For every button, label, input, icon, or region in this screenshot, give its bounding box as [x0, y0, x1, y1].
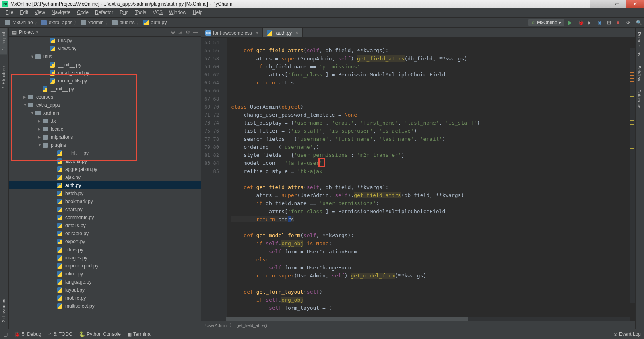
status-terminal[interactable]: ▣ Terminal: [127, 331, 151, 337]
toolstrip-database[interactable]: Database: [636, 85, 643, 112]
tree-item[interactable]: language.py: [9, 278, 201, 286]
tree-item[interactable]: __init__.py: [9, 61, 201, 69]
status-python-console[interactable]: 🐍 Python Console: [79, 331, 121, 337]
menu-edit[interactable]: Edit: [17, 8, 31, 16]
hide-icon[interactable]: —: [193, 29, 198, 35]
tree-item[interactable]: ▼extra_apps: [9, 101, 201, 109]
scroll-from-source-icon[interactable]: ⊕: [171, 29, 175, 35]
search-icon[interactable]: 🔍: [636, 20, 642, 25]
show-panels-icon[interactable]: ▢: [3, 331, 8, 337]
run-coverage-icon[interactable]: ▶: [588, 20, 593, 25]
line-gutter[interactable]: 53 54 55 56 57 58 59 60 61 62 63 64 65 6…: [201, 38, 222, 321]
tab-auth-py[interactable]: auth.py ×: [263, 28, 303, 37]
tree-item[interactable]: ajax.py: [9, 173, 201, 181]
tree-item[interactable]: actions.py: [9, 157, 201, 165]
tree-item[interactable]: mixin_utils.py: [9, 77, 201, 85]
close-button[interactable]: ✕: [626, 0, 644, 8]
status-debug[interactable]: 🐞 5: Debug: [14, 331, 41, 337]
menu-file[interactable]: File: [3, 8, 16, 16]
toolstrip-sciview[interactable]: SciView: [636, 62, 643, 85]
tree-item[interactable]: urls.py: [9, 37, 201, 45]
toolstrip-remote[interactable]: Remote Host: [636, 28, 643, 62]
menu-navigate[interactable]: Navigate: [49, 8, 73, 16]
crumb-0[interactable]: MxOnline: [12, 20, 33, 25]
horizontal-scrollbar[interactable]: [226, 317, 630, 321]
tab-font-awesome[interactable]: css font-awesome.css ×: [201, 28, 263, 37]
project-panel-header: ▤ Project ▾ ⊕ ⇲ ⚙ —: [9, 28, 201, 37]
crumb-3[interactable]: plugins: [120, 20, 135, 25]
gear-icon[interactable]: ⚙: [186, 29, 190, 35]
editor-tabs: css font-awesome.css × auth.py ×: [201, 28, 635, 38]
collapse-all-icon[interactable]: ⇲: [178, 29, 182, 35]
crumb-2[interactable]: xadmin: [88, 20, 104, 25]
maximize-button[interactable]: ▭: [608, 0, 626, 8]
minimap[interactable]: [630, 48, 635, 303]
tree-item[interactable]: batch.py: [9, 189, 201, 197]
debug-icon[interactable]: 🐞: [578, 20, 584, 25]
tree-item[interactable]: editable.py: [9, 230, 201, 238]
tree-item[interactable]: details.py: [9, 222, 201, 230]
toolstrip-favorites[interactable]: 2: Favorites: [0, 295, 7, 326]
tree-item[interactable]: inline.py: [9, 270, 201, 278]
tree-item[interactable]: ▼utils: [9, 53, 201, 61]
titlebar: PC MxOnline [D:\PycharmProjects\MxOnline…: [0, 0, 644, 8]
vcs-icon[interactable]: ⟳: [626, 20, 632, 25]
menu-view[interactable]: View: [32, 8, 47, 16]
tree-item[interactable]: comments.py: [9, 214, 201, 222]
close-tab-icon[interactable]: ×: [256, 30, 258, 36]
tree-item[interactable]: export.py: [9, 238, 201, 246]
folder-icon: [5, 20, 10, 25]
project-tree[interactable]: urls.pyviews.py▼utils__init__.pyemail_se…: [9, 37, 201, 329]
menu-help[interactable]: Help: [190, 8, 205, 16]
tree-item[interactable]: ▼xadmin: [9, 109, 201, 117]
run-icon[interactable]: ▶: [568, 20, 574, 25]
tree-item[interactable]: __init__.py: [9, 85, 201, 93]
tree-item[interactable]: chart.py: [9, 205, 201, 214]
run-config-selector[interactable]: dj MxOnline ▾: [528, 19, 564, 26]
tree-item[interactable]: mobile.py: [9, 294, 201, 302]
css-icon: css: [205, 30, 211, 36]
left-toolstrip: 1: Project 7: Structure 2: Favorites: [0, 28, 9, 329]
toolstrip-structure[interactable]: 7: Structure: [0, 62, 7, 93]
project-icon: ▤: [12, 29, 17, 35]
tree-item[interactable]: importexport.py: [9, 262, 201, 270]
tree-item[interactable]: ▼plugins: [9, 141, 201, 149]
project-title: Project: [19, 29, 34, 35]
menu-code[interactable]: Code: [74, 8, 91, 16]
tree-item[interactable]: bookmark.py: [9, 197, 201, 205]
code-editor[interactable]: def get_field_attrs(self, db_field, **kw…: [227, 38, 635, 321]
toolstrip-project[interactable]: 1: Project: [0, 28, 7, 54]
menu-tools[interactable]: Tools: [132, 8, 149, 16]
menu-vcs[interactable]: VCS: [150, 8, 165, 16]
tree-item[interactable]: layout.py: [9, 286, 201, 294]
tree-item[interactable]: images.py: [9, 254, 201, 262]
close-tab-icon[interactable]: ×: [295, 30, 298, 36]
tree-item[interactable]: ▶locale: [9, 125, 201, 133]
menu-refactor[interactable]: Refactor: [93, 8, 116, 16]
menu-run[interactable]: Run: [117, 8, 131, 16]
menubar: File Edit View Navigate Code Refactor Ru…: [0, 8, 644, 18]
status-todo[interactable]: ✓ 6: TODO: [48, 331, 73, 337]
tree-item[interactable]: ▶migrations: [9, 133, 201, 141]
crumb-1[interactable]: extra_apps: [49, 20, 72, 25]
crumb-4[interactable]: auth.py: [151, 20, 167, 25]
tree-item[interactable]: __init__.py: [9, 149, 201, 157]
tree-item[interactable]: ▶.tx: [9, 117, 201, 125]
tree-item[interactable]: multiselect.py: [9, 302, 201, 310]
crumb-method[interactable]: get_field_attrs(): [236, 323, 267, 328]
profile-icon[interactable]: ◉: [597, 20, 603, 25]
minimize-button[interactable]: ─: [590, 0, 608, 8]
fold-gutter[interactable]: [222, 38, 227, 321]
status-eventlog[interactable]: ⊙ Event Log: [613, 331, 641, 337]
tree-item[interactable]: email_send.py: [9, 69, 201, 77]
concurrency-icon[interactable]: ⊞: [607, 20, 613, 25]
tree-item[interactable]: filters.py: [9, 246, 201, 254]
tree-item[interactable]: views.py: [9, 45, 201, 53]
tree-item[interactable]: aggregation.py: [9, 165, 201, 173]
tree-item[interactable]: auth.py: [9, 181, 201, 189]
tree-item[interactable]: ▶courses: [9, 93, 201, 101]
statusbar: ▢ 🐞 5: Debug ✓ 6: TODO 🐍 Python Console …: [0, 329, 644, 339]
crumb-class[interactable]: UserAdmin: [205, 323, 227, 328]
menu-window[interactable]: Window: [167, 8, 189, 16]
stop-icon[interactable]: ■: [617, 20, 622, 25]
